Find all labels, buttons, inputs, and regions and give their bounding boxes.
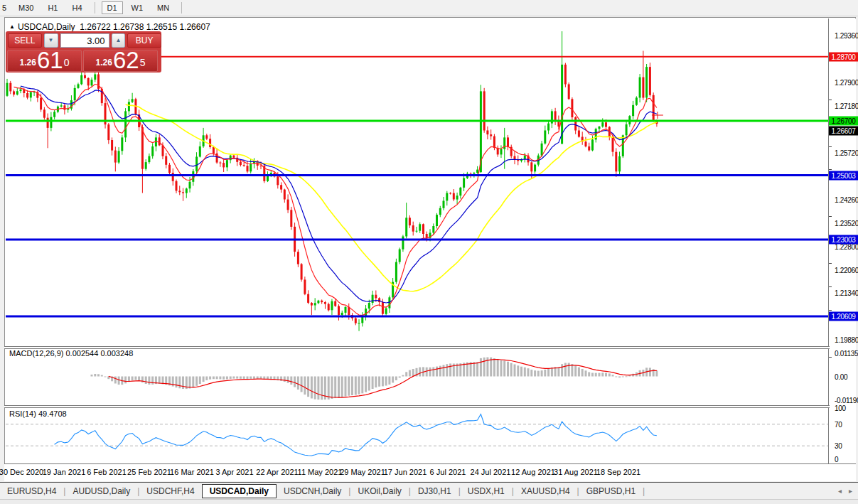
price-tick-label: 1.27180: [835, 102, 858, 109]
date-label: 25 Feb 2021: [127, 468, 171, 476]
price-tick-label: 1.21340: [835, 289, 858, 297]
trade-panel-quotes: 1.26 61 0 1.26 62 5: [6, 50, 161, 73]
date-label: 19 Jan 2021: [43, 468, 86, 476]
date-label: 24 Jul 2021: [471, 468, 511, 476]
rsi-axis-label: 30: [835, 442, 842, 450]
date-label: 17 Jun 2021: [384, 468, 427, 476]
lot-size-input[interactable]: [60, 33, 109, 48]
date-label: 6 Jul 2021: [430, 468, 466, 476]
price-tick-mark: [829, 169, 832, 170]
price-badge-1-20609: 1.20609: [829, 311, 858, 321]
date-label: 29 May 2021: [340, 468, 385, 476]
rsi-axis-label: 100: [835, 404, 846, 412]
date-label: 31 Aug 2021: [554, 468, 598, 476]
price-chart-canvas[interactable]: [6, 18, 829, 463]
rsi-line: [55, 414, 657, 456]
sell-quote-box[interactable]: 1.26 61 0: [7, 50, 82, 72]
lot-increase-button[interactable]: ▲: [112, 33, 126, 48]
macd-label: MACD(12,26,9) 0.002544 0.003248: [9, 349, 133, 358]
timeframe-button-h1[interactable]: H1: [42, 1, 63, 14]
price-tick-mark: [829, 263, 832, 264]
macd-axis-label: 0.00: [835, 372, 847, 380]
price-badge-1-25003: 1.25003: [829, 171, 858, 180]
price-tick-mark: [829, 146, 832, 147]
price-tick-mark: [829, 216, 832, 217]
tab-scroll-right-icon[interactable]: ▸: [849, 487, 852, 495]
status-strip: [0, 499, 858, 504]
timeframe-button-mn[interactable]: MN: [151, 1, 175, 14]
rsi-level-lines: [6, 424, 828, 446]
date-label: 22 Apr 2021: [256, 468, 298, 476]
toolbar-separator: [95, 2, 95, 14]
date-label: 18 Sep 2021: [596, 468, 640, 476]
time-axis[interactable]: 30 Dec 202019 Jan 20216 Feb 202125 Feb 2…: [4, 464, 856, 481]
timeframe-button-5[interactable]: 5: [0, 1, 10, 14]
buy-button[interactable]: BUY: [127, 33, 161, 48]
price-badge-1-26607: 1.26607: [829, 127, 858, 136]
sell-price-prefix: 1.26: [20, 55, 36, 70]
toolbar-separator: [181, 2, 182, 14]
timeframe-button-w1[interactable]: W1: [126, 1, 149, 14]
chart-tab-dj30[interactable]: DJ30,H1: [411, 484, 459, 498]
price-tick-mark: [829, 286, 832, 287]
moving-averages: [14, 84, 657, 315]
timeframe-button-m30[interactable]: M30: [13, 1, 39, 14]
chart-tab-ukoil[interactable]: UKOil,Daily: [350, 484, 408, 498]
price-tick-label: 1.27900: [835, 79, 858, 87]
price-badge-1-23003: 1.23003: [829, 235, 858, 244]
timeframe-toolbar: 5M30H1H4D1W1MN: [0, 0, 858, 16]
buy-price-big: 62: [113, 50, 139, 70]
date-label: 12 Aug 2021: [511, 468, 555, 476]
chart-ohlc-values: 1.26722 1.26738 1.26515 1.26607: [80, 22, 210, 32]
date-label: 6 Feb 2021: [87, 468, 127, 476]
sell-price-pip: 0: [64, 50, 70, 75]
date-label: 16 Mar 2021: [170, 468, 214, 476]
tab-scroll-left-icon[interactable]: ◂: [838, 487, 842, 495]
rsi-label: RSI(14) 49.4708: [9, 409, 67, 418]
macd-histogram: [91, 358, 658, 400]
rsi-pane-splitter[interactable]: [4, 405, 856, 408]
collapse-arrow-icon[interactable]: ▲: [9, 23, 15, 30]
timeframe-button-h4[interactable]: H4: [66, 1, 87, 14]
price-badge-1-28700: 1.28700: [829, 52, 858, 61]
buy-price-pip: 5: [140, 50, 146, 75]
rsi-axis-label: 70: [835, 420, 842, 428]
trade-panel-controls: SELL ▼ ▲ BUY: [6, 33, 161, 48]
price-tick-label: 1.24260: [835, 195, 858, 203]
tab-separator: |: [643, 486, 645, 496]
sell-price-big: 61: [37, 50, 63, 70]
timeframe-button-d1[interactable]: D1: [102, 1, 123, 14]
price-tick-label: 1.22060: [835, 266, 858, 274]
spinner-up-icon: ▲: [115, 37, 121, 43]
price-tick-label: 1.19880: [835, 336, 858, 344]
date-label: 3 Apr 2021: [215, 468, 253, 476]
lot-decrease-button[interactable]: ▼: [44, 33, 58, 48]
chart-tab-usdchf[interactable]: USDCHF,H4: [139, 484, 201, 498]
chart-symbol-period: USDCAD,Daily: [18, 22, 75, 32]
sell-button[interactable]: SELL: [8, 33, 42, 48]
chart-tab-bar: EURUSD,H4|AUDUSD,Daily|USDCHF,H4USDCAD,D…: [0, 482, 858, 499]
price-tick-mark: [829, 310, 832, 311]
chart-tab-usdcnh[interactable]: USDCNH,Daily: [277, 484, 348, 498]
chart-title: ▲USDCAD,Daily 1.26722 1.26738 1.26515 1.…: [9, 22, 210, 32]
spinner-down-icon: ▼: [48, 37, 54, 43]
price-tick-label: 1.25720: [835, 149, 858, 156]
mt4-window: 5M30H1H4D1W1MN ▲USDCAD,Daily 1.26722 1.2…: [0, 0, 858, 504]
price-tick-mark: [829, 100, 832, 100]
chart-tab-gbpusd[interactable]: GBPUSD,H1: [579, 484, 643, 498]
chart-tab-eurusd[interactable]: EURUSD,H4: [0, 484, 63, 498]
date-label: 30 Dec 2020: [0, 468, 43, 476]
price-tick-label: 1.29360: [835, 32, 858, 40]
price-level-lines: [6, 57, 828, 316]
rsi-axis-label: 0: [835, 456, 838, 463]
candlesticks: [6, 31, 658, 331]
buy-price-prefix: 1.26: [96, 55, 112, 70]
chart-tab-audusd[interactable]: AUDUSD,Daily: [65, 484, 137, 498]
buy-quote-box[interactable]: 1.26 62 5: [83, 50, 158, 72]
price-badge-1-26700: 1.26700: [829, 116, 858, 125]
macd-axis-label: -0.01190: [835, 397, 858, 404]
chart-tab-xauusd[interactable]: XAUUSD,H4: [514, 484, 577, 498]
chart-tab-usdcad[interactable]: USDCAD,Daily: [202, 484, 277, 498]
tab-scroll-controls: ◂▸: [838, 487, 852, 495]
chart-tab-usdx[interactable]: USDX,H1: [461, 484, 512, 498]
